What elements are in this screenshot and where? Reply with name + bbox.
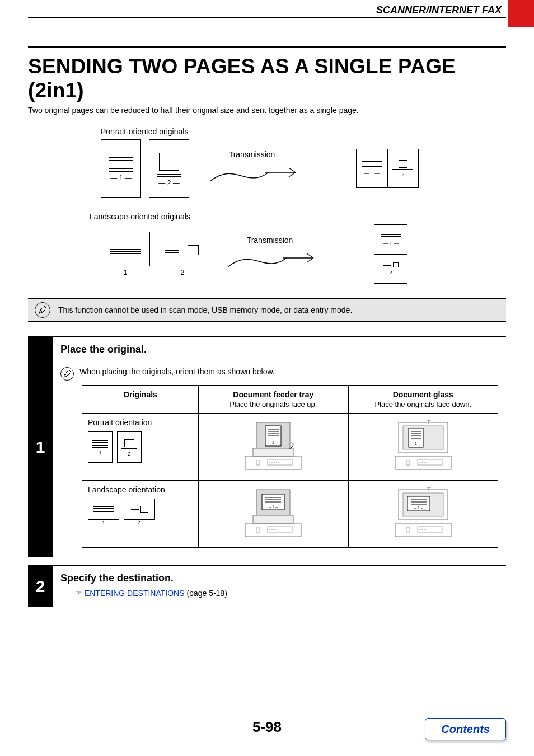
original-page1-landscape [101, 232, 150, 266]
intro-text: Two original pages can be reduced to hal… [28, 106, 506, 115]
section-color-tab [508, 0, 534, 27]
svg-point-11 [271, 462, 273, 463]
svg-text:– 1 –: – 1 – [269, 440, 278, 444]
arrow-icon [207, 162, 297, 187]
svg-point-13 [276, 462, 277, 463]
svg-rect-25 [418, 459, 442, 465]
transmission-label: Transmission [229, 150, 275, 159]
svg-point-56 [424, 529, 425, 530]
step-1-title: Place the original. [60, 344, 498, 355]
dotted-separator [60, 360, 498, 360]
combined-output-landscape: 1 2 [374, 224, 407, 284]
svg-rect-37 [253, 515, 293, 523]
mini-page2-landscape [124, 499, 155, 520]
svg-point-57 [426, 529, 427, 530]
contents-button[interactable]: Contents [425, 718, 506, 740]
step-2-number: 2 [28, 566, 53, 607]
svg-rect-8 [245, 456, 301, 469]
svg-point-28 [424, 462, 425, 463]
header-title: SCANNER/INTERNET FAX [376, 4, 506, 16]
original-page2-landscape [158, 232, 207, 266]
mini-page1-portrait: 1 [88, 431, 113, 463]
svg-text:– 1 –: – 1 – [269, 505, 278, 509]
svg-rect-52 [395, 523, 451, 537]
svg-rect-44 [256, 528, 260, 532]
svg-point-29 [426, 462, 427, 463]
combined-output-portrait: 1 2 [356, 149, 419, 188]
pencil-icon [35, 302, 50, 318]
svg-rect-15 [256, 461, 260, 465]
svg-rect-39 [268, 527, 292, 532]
svg-rect-9 [268, 459, 292, 465]
row-portrait-label: Portrait orientation 1 2 [82, 414, 199, 481]
svg-point-26 [419, 462, 420, 463]
feeder-landscape-illustration: – 1 – [199, 481, 348, 548]
svg-rect-24 [395, 456, 451, 469]
th-glass: Document glass Place the originals face … [348, 386, 498, 414]
svg-rect-58 [406, 528, 410, 532]
row-landscape-label: Landscape orientation 1 [82, 481, 199, 548]
svg-point-14 [278, 462, 279, 463]
portrait-label: Portrait-oriented originals [101, 127, 506, 136]
arrow-icon [225, 248, 315, 273]
feeder-portrait-illustration: – 1 – [199, 414, 348, 481]
page-number: 5-98 [129, 719, 405, 736]
svg-point-43 [276, 529, 277, 530]
pointer-icon: ☞ [75, 589, 82, 598]
portrait-diagram-row: 1 2 Transmission [101, 139, 506, 198]
svg-text:– 1 –: – 1 – [414, 506, 423, 510]
svg-point-40 [269, 529, 270, 530]
step-1-subnote: When placing the originals, orient them … [79, 367, 275, 376]
svg-rect-38 [245, 523, 301, 537]
svg-text:– 1 –: – 1 – [411, 442, 420, 445]
glass-landscape-illustration: – 1 – [348, 481, 498, 548]
pencil-icon [60, 367, 74, 381]
original-page2-portrait: 2 [149, 139, 189, 198]
transmission-label-2: Transmission [247, 236, 293, 245]
page-header: SCANNER/INTERNET FAX [28, 0, 506, 18]
step-1: 1 Place the original. When placing the o… [28, 336, 506, 557]
svg-point-41 [271, 529, 273, 530]
glass-portrait-illustration: – 1 – [348, 414, 498, 481]
svg-point-12 [274, 462, 275, 463]
th-originals: Originals [82, 386, 199, 414]
mini-page2-portrait: 2 [117, 431, 142, 463]
step-1-number: 1 [28, 337, 53, 557]
title-rule-top [28, 46, 506, 48]
th-feeder: Document feeder tray Place the originals… [199, 386, 348, 414]
note-text: This function cannot be used in scan mod… [58, 306, 352, 314]
svg-point-54 [419, 529, 420, 530]
svg-point-10 [269, 462, 270, 463]
entering-destinations-link[interactable]: ENTERING DESTINATIONS [85, 589, 185, 598]
orientation-table: Originals Document feeder tray Place the… [82, 385, 498, 548]
svg-point-55 [421, 529, 423, 530]
svg-rect-7 [253, 448, 293, 456]
mini-page1-landscape [88, 499, 119, 520]
landscape-diagram-row: 1 2 Transmission [101, 224, 506, 284]
original-page1-portrait: 1 [101, 139, 141, 198]
link-page-ref: (page 5-18) [185, 589, 227, 598]
svg-rect-30 [406, 461, 410, 465]
page-title: SENDING TWO PAGES AS A SINGLE PAGE (2in1… [28, 55, 506, 102]
svg-point-27 [421, 462, 423, 463]
title-rule-thin [28, 50, 506, 50]
step-2: 2 Specify the destination. ☞ ENTERING DE… [28, 565, 506, 607]
landscape-label: Landscape-oriented originals [90, 212, 506, 221]
note-box: This function cannot be used in scan mod… [28, 298, 506, 322]
svg-point-42 [274, 529, 275, 530]
svg-rect-53 [418, 527, 442, 532]
step-2-title: Specify the destination. [60, 572, 498, 584]
